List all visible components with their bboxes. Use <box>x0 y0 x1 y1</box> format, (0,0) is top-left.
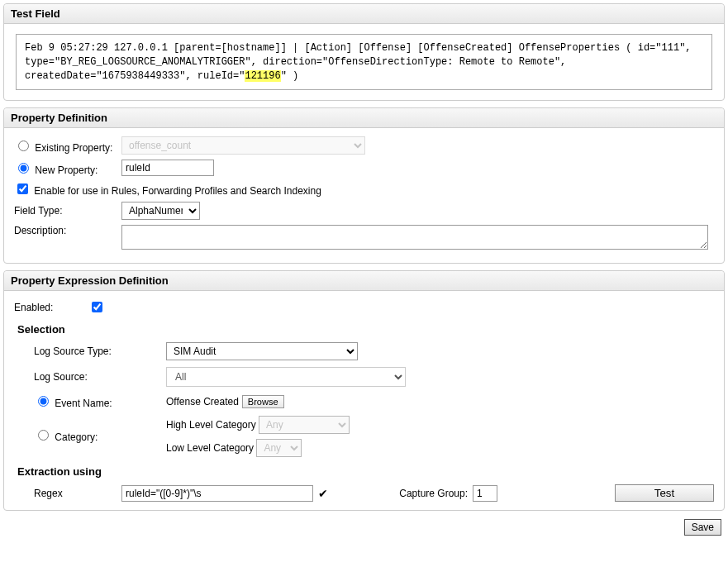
new-property-row: New Property: <box>14 160 714 176</box>
log-source-label: Log Source: <box>34 371 166 383</box>
existing-property-radio-label[interactable]: Existing Property: <box>14 138 121 154</box>
enable-row: Enable for use in Rules, Forwarding Prof… <box>14 181 714 197</box>
extraction-header: Extraction using <box>17 465 714 478</box>
hlc-row: High Level Category Any <box>166 416 350 434</box>
llc-select[interactable]: Any <box>256 439 302 457</box>
log-highlight: 121196 <box>245 70 280 82</box>
enabled-label: Enabled: <box>14 302 88 313</box>
property-definition-body: Existing Property: offense_count New Pro… <box>4 128 724 263</box>
expression-definition-header: Property Expression Definition <box>4 271 724 291</box>
expression-definition-body: Enabled: Selection Log Source Type: SIM … <box>4 291 724 510</box>
test-field-body: Feb 9 05:27:29 127.0.0.1 [parent=[hostna… <box>4 24 724 100</box>
log-source-row: Log Source: All <box>34 367 714 387</box>
capture-group-label: Capture Group: <box>399 488 468 499</box>
regex-row: Regex ✔ Capture Group: Test <box>34 484 714 502</box>
regex-label: Regex <box>34 488 121 499</box>
category-radio-wrap[interactable]: Category: <box>34 416 166 443</box>
property-definition-header: Property Definition <box>4 108 724 128</box>
enable-label: Enable for use in Rules, Forwarding Prof… <box>34 185 321 197</box>
category-inner: High Level Category Any Low Level Catego… <box>166 416 350 457</box>
enable-checkbox[interactable] <box>17 183 28 194</box>
event-name-label: Event Name: <box>55 398 112 409</box>
test-field-header: Test Field <box>4 4 724 24</box>
llc-row: Low Level Category Any <box>166 439 350 457</box>
browse-button[interactable]: Browse <box>242 395 284 408</box>
existing-property-label: Existing Property: <box>35 142 112 154</box>
log-post: " ) <box>281 70 299 82</box>
log-pre: Feb 9 05:27:29 127.0.0.1 [parent=[hostna… <box>25 42 697 82</box>
enabled-checkbox[interactable] <box>92 302 102 312</box>
log-source-type-label: Log Source Type: <box>34 345 166 357</box>
hlc-select[interactable]: Any <box>259 416 350 434</box>
hlc-label: High Level Category <box>166 419 256 431</box>
expression-definition-panel: Property Expression Definition Enabled: … <box>3 270 725 511</box>
event-name-radio-wrap[interactable]: Event Name: <box>34 393 166 409</box>
existing-property-radio[interactable] <box>18 141 29 151</box>
enabled-row: Enabled: <box>14 299 714 315</box>
new-property-label: New Property: <box>35 164 98 176</box>
new-property-input[interactable] <box>121 160 214 176</box>
new-property-radio[interactable] <box>18 163 29 174</box>
check-icon: ✔ <box>318 487 328 500</box>
selection-block: Log Source Type: SIM Audit Log Source: A… <box>34 342 714 457</box>
property-definition-panel: Property Definition Existing Property: o… <box>3 107 725 264</box>
event-name-row: Event Name: Offense Created Browse <box>34 393 714 409</box>
existing-property-select[interactable]: offense_count <box>121 136 365 155</box>
new-property-radio-label[interactable]: New Property: <box>14 160 121 176</box>
category-radio[interactable] <box>38 430 49 441</box>
fieldtype-label: Field Type: <box>14 205 121 217</box>
log-sample: Feb 9 05:27:29 127.0.0.1 [parent=[hostna… <box>16 34 712 90</box>
log-source-type-row: Log Source Type: SIM Audit <box>34 342 714 360</box>
description-textarea[interactable] <box>121 225 708 250</box>
log-source-select[interactable]: All <box>166 367 406 387</box>
category-row: Category: High Level Category Any Low Le… <box>34 416 714 457</box>
fieldtype-row: Field Type: AlphaNumeric <box>14 202 714 220</box>
capture-group-input[interactable] <box>473 485 497 502</box>
regex-input[interactable] <box>121 485 313 502</box>
enable-checkbox-label[interactable]: Enable for use in Rules, Forwarding Prof… <box>14 181 321 197</box>
test-button[interactable]: Test <box>615 484 714 502</box>
existing-property-row: Existing Property: offense_count <box>14 136 714 155</box>
log-source-type-select[interactable]: SIM Audit <box>166 342 358 360</box>
fieldtype-select[interactable]: AlphaNumeric <box>121 202 200 220</box>
save-row: Save <box>3 517 725 536</box>
event-name-value: Offense Created <box>166 396 239 407</box>
category-label: Category: <box>55 431 98 443</box>
llc-label: Low Level Category <box>166 442 254 454</box>
selection-header: Selection <box>17 323 714 336</box>
save-button[interactable]: Save <box>684 519 721 536</box>
regex-right: Capture Group: Test <box>399 484 714 502</box>
event-name-radio[interactable] <box>38 396 49 407</box>
test-field-panel: Test Field Feb 9 05:27:29 127.0.0.1 [par… <box>3 3 725 101</box>
description-label: Description: <box>14 225 121 236</box>
description-row: Description: <box>14 225 714 250</box>
